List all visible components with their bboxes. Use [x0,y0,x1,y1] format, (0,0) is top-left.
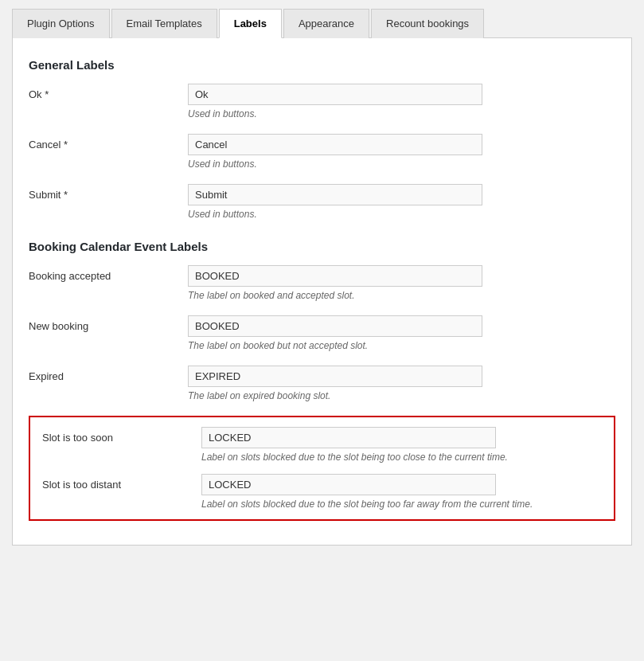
hint-cancel: Used in buttons. [188,158,615,170]
hint-expired: The label on expired booking slot. [188,390,615,401]
form-row-booking-accepted: Booking accepted The label on booked and… [29,265,615,301]
input-submit[interactable] [188,184,482,205]
hint-ok: Used in buttons. [188,108,615,119]
label-slot-too-soon: Slot is too soon [42,427,201,444]
field-col-expired: The label on expired booking slot. [188,366,615,401]
input-booking-accepted[interactable] [188,265,482,287]
input-ok[interactable] [188,84,482,105]
form-row-expired: Expired The label on expired booking slo… [29,366,615,401]
hint-booking-accepted: The label on booked and accepted slot. [188,290,615,301]
field-col-cancel: Used in buttons. [188,134,615,170]
tabs-container: Plugin Options Email Templates Labels Ap… [12,8,632,38]
label-expired: Expired [29,366,188,382]
field-col-submit: Used in buttons. [188,184,615,220]
label-cancel: Cancel * [29,134,188,151]
form-row-new-booking: New booking The label on booked but not … [29,315,615,351]
tab-email-templates[interactable]: Email Templates [111,9,217,38]
form-row-ok: Ok * Used in buttons. [29,84,615,119]
general-labels-heading: General Labels [29,58,615,72]
input-expired[interactable] [188,366,482,387]
page-wrapper: Plugin Options Email Templates Labels Ap… [0,0,644,561]
input-slot-too-distant[interactable] [201,474,496,495]
label-new-booking: New booking [29,315,188,332]
tab-appearance[interactable]: Appearance [283,9,369,38]
hint-submit: Used in buttons. [188,209,615,220]
tab-plugin-options[interactable]: Plugin Options [12,9,110,38]
tab-labels[interactable]: Labels [219,9,282,38]
calendar-labels-heading: Booking Calendar Event Labels [29,240,615,253]
form-row-slot-too-distant: Slot is too distant Label on slots block… [42,474,602,510]
hint-new-booking: The label on booked but not accepted slo… [188,340,615,351]
content-area: General Labels Ok * Used in buttons. Can… [12,38,632,546]
label-submit: Submit * [29,184,188,201]
hint-slot-too-soon: Label on slots blocked due to the slot b… [201,452,602,463]
tab-recount-bookings[interactable]: Recount bookings [371,9,484,38]
label-booking-accepted: Booking accepted [29,265,188,282]
label-slot-too-distant: Slot is too distant [42,474,201,491]
form-row-cancel: Cancel * Used in buttons. [29,134,615,170]
form-row-slot-too-soon: Slot is too soon Label on slots blocked … [42,427,602,463]
hint-slot-too-distant: Label on slots blocked due to the slot b… [201,499,602,510]
input-slot-too-soon[interactable] [201,427,496,448]
highlight-box: Slot is too soon Label on slots blocked … [29,416,615,521]
field-col-ok: Used in buttons. [188,84,615,119]
input-new-booking[interactable] [188,315,482,337]
input-cancel[interactable] [188,134,482,155]
field-col-booking-accepted: The label on booked and accepted slot. [188,265,615,301]
form-row-submit: Submit * Used in buttons. [29,184,615,220]
field-col-new-booking: The label on booked but not accepted slo… [188,315,615,351]
field-col-slot-too-distant: Label on slots blocked due to the slot b… [201,474,602,510]
field-col-slot-too-soon: Label on slots blocked due to the slot b… [201,427,602,463]
label-ok: Ok * [29,84,188,100]
